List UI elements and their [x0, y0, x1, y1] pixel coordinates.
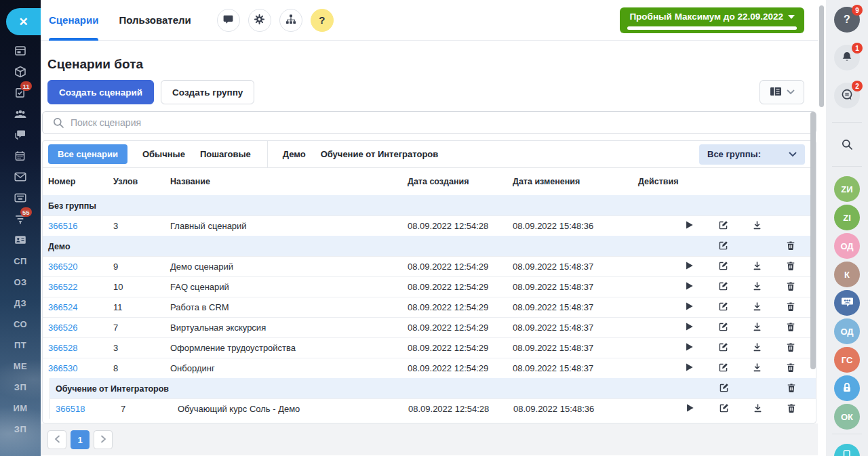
edit-button[interactable] [717, 320, 730, 335]
edit-button[interactable] [717, 341, 730, 356]
sidebar-item-оз-1[interactable]: ОЗ [14, 276, 26, 288]
group-tab-0[interactable]: Демо [283, 149, 306, 159]
search-button[interactable] [834, 132, 860, 158]
edit-button[interactable] [717, 361, 730, 376]
play-button[interactable] [683, 260, 695, 274]
download-button[interactable] [751, 260, 764, 274]
sidebar-filter-button[interactable]: 55 [14, 213, 26, 225]
avatar-0[interactable]: ZИ [834, 176, 860, 202]
sidebar-item-ме-5[interactable]: МЕ [14, 360, 27, 372]
chat-lines-button[interactable]: 2 [834, 83, 860, 108]
sitemap-button[interactable] [279, 9, 302, 32]
sidebar-mail-button[interactable] [14, 171, 26, 183]
sidebar-contact-card-button[interactable] [14, 234, 26, 246]
avatar-2[interactable]: ОД [834, 233, 860, 259]
trial-plan-button[interactable]: Пробный Максимум до 22.09.2022 [620, 7, 804, 33]
filter-tab-2[interactable]: Пошаговые [200, 149, 251, 159]
next-page-button[interactable] [94, 430, 113, 449]
delete-button[interactable] [785, 300, 797, 315]
filter-tab-0[interactable]: Все сценарии [48, 144, 127, 164]
download-button[interactable] [751, 361, 764, 376]
sidebar-cube-button[interactable] [14, 66, 26, 78]
edit-button[interactable] [717, 300, 730, 315]
avatar-6[interactable]: ГС [834, 347, 860, 373]
scenario-number-link[interactable]: 366524 [48, 302, 77, 312]
sidebar-item-со-3[interactable]: СО [14, 318, 27, 330]
filter-tab-1[interactable]: Обычные [142, 149, 185, 159]
download-button[interactable] [751, 219, 764, 234]
search-input[interactable] [71, 117, 809, 128]
download-button[interactable] [751, 320, 764, 335]
scenario-number-link[interactable]: 366530 [48, 363, 77, 373]
create-scenario-button[interactable]: Создать сценарий [47, 80, 154, 104]
groups-filter-dropdown[interactable]: Все группы: [699, 144, 805, 165]
download-button[interactable] [751, 341, 764, 356]
scenario-number-link[interactable]: 366528 [48, 343, 77, 353]
tab-users[interactable]: Пользователи [119, 0, 191, 41]
avatar-8[interactable]: ОК [834, 404, 860, 430]
play-button[interactable] [683, 361, 695, 376]
phone-cloud-button[interactable] [834, 444, 860, 456]
main-scrollbar[interactable] [810, 112, 816, 369]
scenario-number-link[interactable]: 366526 [48, 323, 77, 333]
download-button[interactable] [751, 402, 764, 417]
gear-button[interactable] [248, 9, 271, 32]
play-button[interactable] [683, 300, 695, 315]
delete-button[interactable] [785, 341, 797, 356]
help-button[interactable]: ? [311, 9, 334, 32]
group-chat-button[interactable] [834, 290, 860, 316]
avatar-1[interactable]: ZI [834, 205, 860, 230]
sidebar-item-пт-4[interactable]: ПТ [14, 339, 26, 351]
sidebar-users-button[interactable] [14, 108, 27, 120]
sidebar-item-зп-6[interactable]: ЗП [14, 381, 26, 393]
play-button[interactable] [683, 219, 695, 234]
avatar-3[interactable]: К [834, 262, 860, 287]
sidebar-item-им-7[interactable]: ИМ [14, 402, 28, 414]
delete-button[interactable] [785, 402, 797, 417]
delete-button[interactable] [785, 280, 797, 295]
download-button[interactable] [751, 300, 764, 315]
sidebar-printer-button[interactable] [14, 192, 26, 204]
edit-button[interactable] [717, 239, 730, 254]
bell-button[interactable]: 1 [834, 45, 860, 70]
scenario-number-link[interactable]: 366520 [48, 262, 77, 272]
prev-page-button[interactable] [47, 430, 66, 449]
edit-button[interactable] [717, 402, 730, 417]
delete-button[interactable] [785, 239, 797, 254]
page-button[interactable]: 1 [71, 430, 90, 449]
play-button[interactable] [684, 402, 696, 417]
table-columns-button[interactable] [760, 80, 804, 104]
delete-button[interactable] [785, 361, 797, 376]
sidebar-item-зп-8[interactable]: ЗП [14, 423, 26, 435]
scenario-number-link[interactable]: 366518 [56, 404, 85, 414]
sidebar-item-сп-0[interactable]: СП [14, 255, 27, 267]
group-tab-1[interactable]: Обучение от Интеграторов [321, 149, 439, 159]
sidebar-tasks-button[interactable]: 11 [14, 87, 26, 99]
play-button[interactable] [683, 341, 695, 356]
play-button[interactable] [683, 280, 695, 295]
right-sidebar-scrollbar[interactable] [819, 5, 824, 107]
tab-scenarios[interactable]: Сценарии [49, 0, 98, 41]
sidebar-item-дз-2[interactable]: ДЗ [14, 297, 26, 309]
sidebar-chats-button[interactable] [14, 129, 26, 141]
edit-button[interactable] [717, 381, 730, 396]
scenario-number-link[interactable]: 366516 [48, 221, 77, 231]
lock-button[interactable] [834, 375, 860, 401]
download-button[interactable] [751, 280, 764, 295]
delete-button[interactable] [785, 320, 797, 335]
close-button[interactable]: ✕ [6, 8, 41, 35]
edit-button[interactable] [717, 219, 730, 234]
delete-button[interactable] [785, 381, 797, 396]
sidebar-panel-button[interactable] [14, 45, 26, 57]
help-button[interactable]: ?9 [834, 7, 860, 33]
avatar-5[interactable]: ОД [834, 318, 860, 344]
play-button[interactable] [683, 320, 695, 335]
delete-button[interactable] [785, 260, 797, 274]
sidebar-item-label: ДЗ [14, 298, 26, 308]
edit-button[interactable] [717, 280, 730, 295]
scenario-number-link[interactable]: 366522 [48, 282, 77, 292]
chat-button[interactable] [217, 9, 240, 32]
edit-button[interactable] [717, 260, 730, 274]
sidebar-calendar-button[interactable] [14, 150, 26, 162]
create-group-button[interactable]: Создать группу [161, 80, 254, 104]
